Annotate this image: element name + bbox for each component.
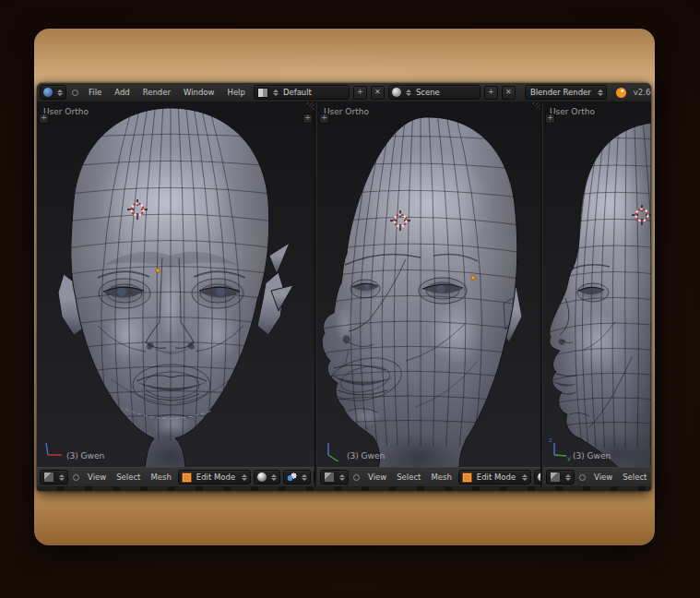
region-expand-button[interactable]: + (39, 114, 49, 124)
scene-selector[interactable]: Scene (388, 85, 481, 100)
screen-layout-close-button[interactable]: ✕ (371, 86, 385, 100)
object-info: (3) Gwen (573, 451, 611, 460)
scene-close-button[interactable]: ✕ (502, 86, 516, 100)
region-expand-button[interactable]: + (303, 114, 313, 124)
menu-mesh[interactable]: Mesh (147, 472, 174, 482)
object-info: (3) Gwen (347, 451, 385, 460)
view3d-editor-icon (550, 472, 561, 483)
region-expand-button[interactable]: + (545, 114, 555, 124)
viewport-label: User Ortho (550, 107, 595, 116)
screen-layout-selector[interactable]: Default (254, 85, 350, 100)
viewport-header: View Select Mesh Edit Mode (37, 467, 314, 486)
svg-text:y: y (567, 455, 571, 461)
wireframe-head-profile (543, 102, 651, 467)
screen-layout-add-button[interactable]: + (353, 86, 367, 100)
updown-arrows-icon (598, 90, 603, 96)
updown-arrows-icon (242, 474, 247, 481)
mode-value: Edit Mode (475, 472, 517, 482)
edit-mode-icon (462, 472, 472, 483)
menu-view[interactable]: View (84, 472, 110, 482)
viewport-header: View Select Mesh Edit Mode (543, 467, 651, 486)
info-bar: File Add Render Window Help Default + ✕ … (37, 83, 651, 102)
menu-collapse-icon[interactable] (579, 474, 586, 481)
menu-collapse-icon[interactable] (73, 474, 79, 481)
viewport-header: View Select Mesh Edit Mode (317, 467, 540, 486)
updown-arrows-icon (57, 90, 63, 96)
updown-arrows-icon (522, 474, 528, 481)
menu-select[interactable]: Select (113, 472, 144, 482)
scene-value: Scene (414, 88, 442, 97)
menu-file[interactable]: File (84, 88, 106, 97)
editor-type-selector[interactable] (40, 85, 66, 100)
updown-arrows-icon (406, 90, 411, 96)
viewport-label: User Ortho (43, 107, 89, 116)
blender-logo-icon (616, 88, 626, 98)
scene-add-button[interactable]: + (484, 86, 498, 100)
window-bottom-strip (37, 486, 651, 491)
shading-sphere-icon (257, 472, 267, 482)
screen-layout-icon (257, 88, 268, 98)
render-engine-value: Blender Render (528, 88, 593, 97)
menu-select[interactable]: Select (393, 472, 424, 482)
render-engine-selector[interactable]: Blender Render (525, 85, 607, 100)
menu-mesh[interactable]: Mesh (427, 472, 455, 482)
view3d-editor-icon (324, 472, 335, 483)
editor-type-selector[interactable] (40, 470, 68, 484)
svg-text:z: z (549, 437, 552, 444)
viewport-three-quarter[interactable]: User Ortho + y (3) Gwen (317, 102, 540, 467)
axis-gizmo (42, 437, 65, 461)
screen-layout-value: Default (281, 88, 314, 97)
scene-icon (392, 88, 401, 97)
axis-gizmo: y (322, 437, 346, 461)
updown-arrows-icon (271, 474, 277, 481)
updown-arrows-icon (273, 90, 279, 96)
menu-collapse-icon[interactable] (353, 474, 360, 481)
view3d-editor-icon (43, 472, 54, 483)
menu-view[interactable]: View (364, 472, 390, 482)
mode-selector[interactable]: Edit Mode (458, 470, 531, 484)
menu-collapse-icon[interactable] (72, 90, 78, 96)
menu-add[interactable]: Add (110, 88, 134, 97)
axis-gizmo: zy (548, 437, 572, 461)
page-background: File Add Render Window Help Default + ✕ … (0, 0, 700, 598)
svg-text:y: y (340, 460, 344, 461)
region-expand-button[interactable]: + (319, 114, 329, 124)
menu-help[interactable]: Help (222, 88, 249, 97)
updown-arrows-icon (339, 474, 345, 481)
object-info: (3) Gwen (66, 451, 104, 460)
updown-arrows-icon (59, 474, 65, 481)
wireframe-head-front (37, 102, 314, 467)
pivot-icon (287, 472, 297, 482)
mode-value: Edit Mode (195, 472, 237, 482)
info-editor-icon (43, 88, 53, 97)
wireframe-head-three-quarter (317, 102, 540, 467)
workspace: User Ortho + + (3) Gwen View Select Mesh (37, 102, 651, 486)
shading-selector[interactable] (534, 470, 540, 484)
viewport-front[interactable]: User Ortho + + (3) Gwen (37, 102, 314, 467)
menu-view[interactable]: View (590, 472, 616, 482)
viewport-profile[interactable]: User Ortho + zy (3) Gwen (543, 102, 651, 467)
updown-arrows-icon (302, 474, 307, 481)
menu-window[interactable]: Window (179, 88, 219, 97)
menu-render[interactable]: Render (138, 88, 175, 97)
editor-type-selector[interactable] (320, 470, 349, 484)
mode-selector[interactable]: Edit Mode (178, 470, 251, 484)
shading-selector[interactable] (254, 470, 280, 484)
blender-window: File Add Render Window Help Default + ✕ … (37, 83, 651, 491)
menu-select[interactable]: Select (619, 472, 650, 482)
updown-arrows-icon (565, 474, 571, 481)
scene-statistics: v2.66.1 | Verts:0/882 | Edges:0/1710 | F… (634, 88, 651, 97)
pivot-selector[interactable] (283, 470, 311, 484)
editor-type-selector[interactable] (546, 470, 575, 484)
viewport-label: User Ortho (324, 107, 369, 116)
edit-mode-icon (182, 472, 192, 483)
